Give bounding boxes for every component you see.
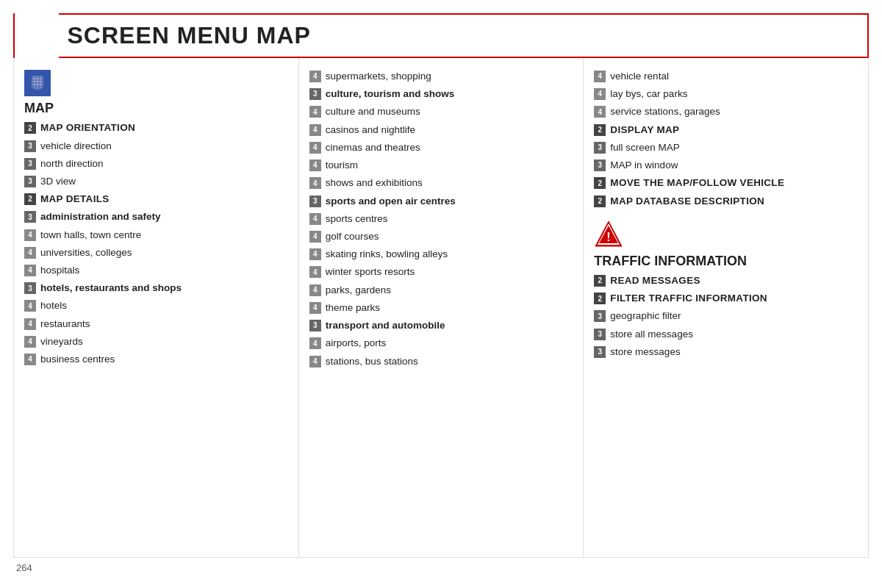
badge-level3: 3 xyxy=(594,159,606,171)
item-label: skating rinks, bowling alleys xyxy=(326,248,448,261)
badge-level3: 3 xyxy=(24,158,36,170)
badge-level2: 2 xyxy=(594,124,606,136)
item-label: store all messages xyxy=(610,328,693,341)
badge-level4: 4 xyxy=(24,318,36,330)
menu-item: 4hospitals xyxy=(24,264,288,277)
badge-level4: 4 xyxy=(309,284,321,296)
svg-text:!: ! xyxy=(607,231,611,243)
badge-level3: 3 xyxy=(594,310,606,322)
badge-level4: 4 xyxy=(309,106,321,118)
badge-level3: 3 xyxy=(594,346,606,358)
item-label: universities, colleges xyxy=(40,246,132,259)
traffic-icon: ! xyxy=(594,220,623,249)
menu-item: 3hotels, restaurants and shops xyxy=(24,282,288,295)
column-3: 4vehicle rental4lay bys, car parks4servi… xyxy=(584,58,868,557)
badge-level4: 4 xyxy=(309,71,321,82)
badge-level4: 4 xyxy=(24,336,36,348)
page-header: 10 SCREEN MENU MAP xyxy=(13,13,869,58)
item-label: vehicle direction xyxy=(40,140,112,153)
badge-level4: 4 xyxy=(309,356,321,368)
menu-item: MAP xyxy=(24,99,288,117)
badge-level4: 4 xyxy=(24,354,36,365)
page-footer: 264 xyxy=(0,558,882,578)
item-label: full screen MAP xyxy=(610,141,680,154)
menu-item: 2MAP DETAILS xyxy=(24,193,288,206)
badge-level3: 3 xyxy=(594,329,606,340)
badge-level4: 4 xyxy=(24,229,36,241)
menu-item: 3geographic filter xyxy=(594,309,858,323)
menu-item: 3transport and automobile xyxy=(309,319,573,332)
page-number: 264 xyxy=(16,562,32,573)
badge-level2: 2 xyxy=(594,275,606,287)
badge-level4: 4 xyxy=(309,177,321,189)
menu-item: 4supermarkets, shopping xyxy=(309,70,573,83)
badge-level2: 2 xyxy=(594,196,606,207)
badge-level4: 4 xyxy=(309,266,321,278)
menu-item: 4casinos and nightlife xyxy=(309,123,573,137)
menu-item: 4culture and museums xyxy=(309,105,573,118)
item-label: READ MESSAGES xyxy=(610,274,700,287)
item-label: lay bys, car parks xyxy=(610,87,687,101)
badge-level3: 3 xyxy=(24,211,36,223)
menu-item: 4golf courses xyxy=(309,230,573,243)
item-label: culture, tourism and shows xyxy=(326,87,455,101)
item-label: supermarkets, shopping xyxy=(326,70,431,83)
item-label: TRAFFIC INFORMATION xyxy=(594,252,747,270)
item-label: MAP DATABASE DESCRIPTION xyxy=(610,195,764,208)
column-1: MAP2MAP ORIENTATION3vehicle direction3no… xyxy=(14,58,299,557)
badge-level4: 4 xyxy=(24,300,36,312)
badge-level2: 2 xyxy=(594,293,606,304)
menu-item: 4parks, gardens xyxy=(309,284,573,297)
menu-item: 4vehicle rental xyxy=(594,70,858,83)
badge-level2: 2 xyxy=(594,177,606,189)
item-label: store messages xyxy=(610,345,680,359)
item-label: restaurants xyxy=(40,318,90,331)
menu-item: 2MAP ORIENTATION xyxy=(24,121,288,135)
item-label: stations, bus stations xyxy=(326,355,418,368)
badge-level4: 4 xyxy=(309,231,321,243)
badge-level4: 4 xyxy=(309,213,321,225)
page-title: 10 SCREEN MENU MAP xyxy=(15,22,311,49)
badge-level4: 4 xyxy=(594,106,606,118)
badge-level4: 4 xyxy=(594,71,606,82)
menu-item: 3store messages xyxy=(594,345,858,359)
menu-item: 4skating rinks, bowling alleys xyxy=(309,248,573,261)
item-label: sports and open air centres xyxy=(326,195,456,208)
item-label: shows and exhibitions xyxy=(326,176,423,190)
menu-item: 4restaurants xyxy=(24,318,288,331)
item-label: golf courses xyxy=(326,230,379,243)
badge-level4: 4 xyxy=(309,142,321,154)
badge-level3: 3 xyxy=(309,196,321,207)
column-2: 4supermarkets, shopping3culture, tourism… xyxy=(299,58,584,557)
menu-item: 4stations, bus stations xyxy=(309,355,573,368)
item-label: 3D view xyxy=(40,175,76,188)
item-label: MAP xyxy=(24,99,54,117)
menu-item: 4universities, colleges xyxy=(24,246,288,259)
badge-level4: 4 xyxy=(309,248,321,260)
item-label: winter sports resorts xyxy=(326,265,415,279)
menu-item: 4theme parks xyxy=(309,301,573,315)
menu-item: 3sports and open air centres xyxy=(309,195,573,208)
item-label: DISPLAY MAP xyxy=(610,123,679,137)
item-label: north direction xyxy=(40,157,104,171)
item-label: airports, ports xyxy=(326,337,387,350)
menu-item: 4lay bys, car parks xyxy=(594,87,858,101)
item-label: vehicle rental xyxy=(610,70,669,83)
menu-item: 4town halls, town centre xyxy=(24,229,288,242)
item-label: sports centres xyxy=(326,212,388,226)
menu-item: 3store all messages xyxy=(594,328,858,341)
menu-item: 3administration and safety xyxy=(24,210,288,223)
menu-item: 3full screen MAP xyxy=(594,141,858,154)
item-label: casinos and nightlife xyxy=(326,123,415,137)
badge-level3: 3 xyxy=(24,140,36,152)
menu-item: TRAFFIC INFORMATION xyxy=(594,252,858,270)
item-label: business centres xyxy=(40,353,115,366)
badge-level2: 2 xyxy=(24,122,36,134)
content-area: MAP2MAP ORIENTATION3vehicle direction3no… xyxy=(13,58,869,558)
item-label: tourism xyxy=(326,159,358,172)
menu-item: 4sports centres xyxy=(309,212,573,226)
item-label: hotels xyxy=(40,299,67,312)
badge-level2: 2 xyxy=(24,193,36,205)
menu-item: 4shows and exhibitions xyxy=(309,176,573,190)
item-label: service stations, garages xyxy=(610,105,720,118)
